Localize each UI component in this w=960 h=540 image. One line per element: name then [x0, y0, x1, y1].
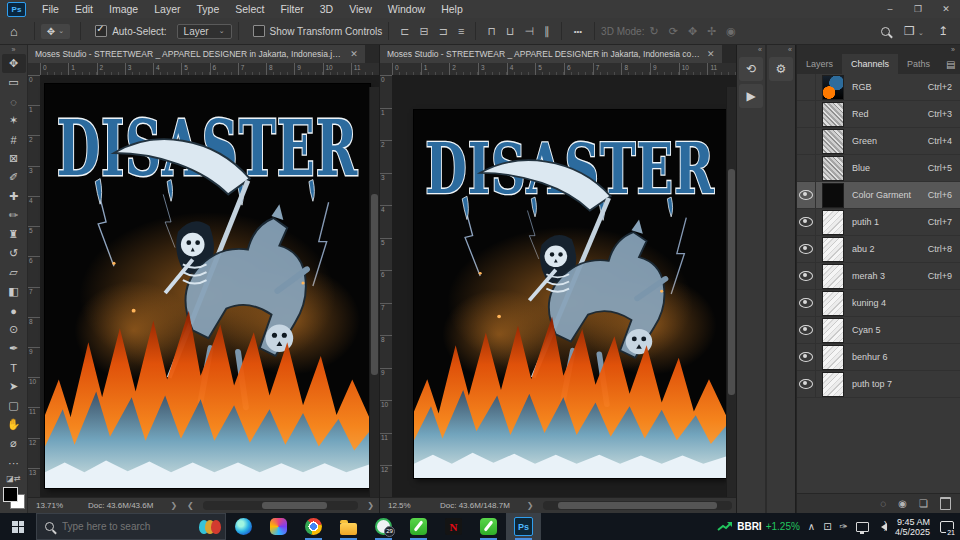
marquee-tool[interactable]: ▭	[2, 73, 26, 92]
brush-tool[interactable]: ✏	[2, 206, 26, 225]
channel-row[interactable]: benhur 6	[797, 344, 960, 371]
document-tab-1[interactable]: Moses Studio - STREETWEAR _ APPAREL DESI…	[28, 45, 365, 63]
menu-view[interactable]: View	[341, 0, 380, 18]
collapse-toolbar-icon[interactable]: »	[12, 45, 16, 54]
path-selection-tool[interactable]: ➤	[2, 377, 26, 396]
scroll-thumb[interactable]	[728, 169, 735, 395]
type-tool[interactable]: T	[2, 358, 26, 377]
expand-panels-icon[interactable]: «	[758, 45, 765, 54]
status-arrow-icon[interactable]: ❯	[522, 501, 539, 510]
scroll-thumb[interactable]	[371, 194, 378, 375]
network-display-icon[interactable]	[856, 522, 869, 532]
taskbar-clock[interactable]: 9:45 AM 4/5/2025	[895, 517, 930, 537]
load-selection-icon[interactable]: ◌	[880, 498, 886, 509]
align-center-h-icon[interactable]: ⊟	[415, 25, 434, 37]
channel-row[interactable]: Green Ctrl+4	[797, 128, 960, 155]
history-panel-icon[interactable]: ⟲	[739, 57, 763, 81]
visibility-toggle[interactable]	[797, 155, 816, 181]
restore-button[interactable]: ❐	[904, 0, 932, 18]
menu-edit[interactable]: Edit	[67, 0, 101, 18]
visibility-toggle[interactable]	[797, 290, 816, 316]
zoom-level-field[interactable]: 13.71%	[28, 501, 76, 510]
menu-filter[interactable]: Filter	[272, 0, 311, 18]
menu-help[interactable]: Help	[433, 0, 471, 18]
channel-row[interactable]: putih 1 Ctrl+7	[797, 209, 960, 236]
search-icon[interactable]	[881, 27, 890, 36]
distribute-icon[interactable]: ∥	[539, 25, 555, 37]
toolbar-more[interactable]: ···	[2, 453, 26, 472]
save-selection-icon[interactable]: ◉	[898, 498, 907, 509]
panel-tab[interactable]: Paths	[898, 54, 939, 74]
hidden-icons-chevron[interactable]: ∧	[808, 521, 815, 532]
close-tab-icon[interactable]: ✕	[350, 49, 358, 59]
move-tool[interactable]: ✥	[2, 54, 26, 73]
photoshop-icon[interactable]: Ps	[506, 513, 541, 540]
visibility-toggle[interactable]	[797, 344, 816, 370]
menu-select[interactable]: Select	[227, 0, 272, 18]
menu-image[interactable]: Image	[101, 0, 146, 18]
netflix-icon[interactable]: N	[436, 513, 471, 540]
gradient-tool[interactable]: ◧	[2, 282, 26, 301]
home-icon[interactable]: ⌂	[0, 24, 28, 39]
lasso-tool[interactable]: ◌	[2, 92, 26, 111]
foreground-color-swatch[interactable]	[3, 487, 18, 502]
more-options-button[interactable]: •••	[568, 27, 588, 36]
horizontal-scrollbar[interactable]	[543, 501, 732, 510]
chrome-icon[interactable]	[296, 513, 331, 540]
artwork-canvas-2[interactable]	[414, 110, 726, 478]
frame-tool[interactable]: ⊠	[2, 149, 26, 168]
microsoft-365-icon[interactable]	[261, 513, 296, 540]
align-center-icon[interactable]: ≡	[453, 25, 469, 37]
zoom-tool[interactable]: ⌀	[2, 434, 26, 453]
visibility-toggle[interactable]	[797, 236, 816, 262]
visibility-toggle[interactable]	[797, 209, 816, 235]
channel-row[interactable]: Blue Ctrl+5	[797, 155, 960, 182]
menu-window[interactable]: Window	[380, 0, 433, 18]
panel-tab[interactable]: Channels	[842, 54, 898, 74]
align-bottom-icon[interactable]: ⊣	[520, 25, 540, 37]
green-app-icon[interactable]	[401, 513, 436, 540]
edge-icon[interactable]	[226, 513, 261, 540]
delete-channel-icon[interactable]	[940, 497, 951, 510]
menu-type[interactable]: Type	[188, 0, 227, 18]
channel-row[interactable]: kuning 4	[797, 290, 960, 317]
workspace-switcher-icon[interactable]: ❒ ⌄	[904, 24, 924, 38]
tray-app-icon[interactable]: ⊡	[823, 521, 831, 532]
file-explorer-icon[interactable]	[331, 513, 366, 540]
color-swatches[interactable]	[3, 487, 25, 509]
channel-row[interactable]: Color Garment Ctrl+6	[797, 182, 960, 209]
align-middle-icon[interactable]: ⊔	[501, 25, 520, 37]
blur-tool[interactable]: ●	[2, 301, 26, 320]
taskbar-search[interactable]	[36, 513, 226, 540]
properties-panel-icon[interactable]: ⚙	[769, 57, 793, 81]
scroll-thumb[interactable]	[262, 502, 327, 509]
expand-panels-icon[interactable]: «	[788, 45, 795, 54]
auto-select-layer-dropdown[interactable]: Layer ⌄	[177, 24, 232, 39]
channel-row[interactable]: puth top 7	[797, 371, 960, 398]
menu-file[interactable]: File	[34, 0, 67, 18]
search-input[interactable]	[60, 520, 169, 533]
healing-brush-tool[interactable]: ✚	[2, 187, 26, 206]
status-arrow-icon[interactable]: ❯	[165, 501, 182, 510]
magic-wand-tool[interactable]: ✶	[2, 111, 26, 130]
visibility-toggle[interactable]	[797, 263, 816, 289]
channel-row[interactable]: merah 3 Ctrl+9	[797, 263, 960, 290]
pen-tool[interactable]: ✒	[2, 339, 26, 358]
history-brush-tool[interactable]: ↺	[2, 244, 26, 263]
visibility-toggle[interactable]	[797, 371, 816, 397]
search-easter-eggs-image[interactable]	[203, 520, 221, 534]
visibility-toggle[interactable]	[797, 101, 816, 127]
close-tab-icon[interactable]: ✕	[707, 49, 715, 59]
horizontal-scrollbar[interactable]	[203, 501, 359, 510]
tray-pen-icon[interactable]: ✑	[840, 521, 848, 532]
notification-center-icon[interactable]: 21	[940, 521, 954, 533]
visibility-toggle[interactable]	[797, 182, 816, 208]
menu-3d[interactable]: 3D	[312, 0, 341, 18]
menu-layer[interactable]: Layer	[146, 0, 188, 18]
panel-tab[interactable]: Layers	[797, 54, 842, 74]
current-tool-chip[interactable]: ✥ ⌄	[41, 24, 70, 39]
collapse-panel-icon[interactable]: »	[797, 45, 960, 54]
start-button[interactable]	[0, 513, 36, 540]
close-button[interactable]: ✕	[932, 0, 960, 18]
align-right-icon[interactable]: ⊐	[434, 25, 453, 37]
